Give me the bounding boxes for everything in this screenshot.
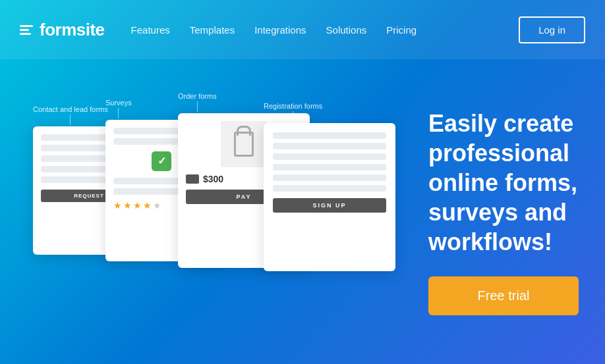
star-3: ★	[133, 200, 142, 211]
logo-text: formsite	[40, 20, 105, 40]
hero-text: Easily create professional online forms,…	[415, 109, 579, 315]
nav-features[interactable]: Features	[131, 24, 170, 36]
forms-preview: Contact and lead forms REQUEST Surveys ★…	[26, 87, 415, 337]
nav-pricing[interactable]: Pricing	[386, 24, 417, 36]
reg-field-5	[273, 174, 386, 181]
logo-icon	[20, 25, 33, 35]
reg-field-3	[273, 153, 386, 160]
navbar: formsite Features Templates Integrations…	[0, 0, 605, 59]
signup-button[interactable]: SIGN UP	[273, 198, 386, 213]
survey-checkbox	[152, 151, 171, 171]
free-trial-button[interactable]: Free trial	[428, 276, 579, 315]
surveys-form-label: Surveys	[105, 99, 132, 118]
star-2: ★	[123, 200, 132, 211]
card-icon	[186, 174, 199, 184]
registration-form-card: Registration forms SIGN UP	[264, 123, 395, 271]
hero-heading: Easily create professional online forms,…	[428, 109, 579, 257]
nav-integrations[interactable]: Integrations	[254, 24, 306, 36]
nav-links: Features Templates Integrations Solution…	[131, 24, 519, 36]
nav-solutions[interactable]: Solutions	[326, 24, 367, 36]
logo[interactable]: formsite	[20, 20, 105, 40]
reg-field-4	[273, 164, 386, 170]
reg-field-6	[273, 185, 386, 192]
reg-field-1	[273, 132, 386, 139]
bag-icon	[234, 132, 254, 157]
login-button[interactable]: Log in	[519, 16, 585, 43]
order-price: $300	[203, 174, 223, 184]
star-5: ★	[153, 200, 161, 211]
reg-field-2	[273, 143, 386, 149]
star-4: ★	[143, 200, 152, 211]
order-form-label: Order forms	[178, 92, 217, 112]
nav-templates[interactable]: Templates	[190, 24, 235, 36]
contact-form-label: Contact and lead forms	[33, 105, 108, 125]
hero-section: Contact and lead forms REQUEST Surveys ★…	[0, 59, 605, 364]
registration-form-label: Registration forms	[264, 102, 322, 122]
star-1: ★	[113, 200, 122, 211]
product-image	[221, 121, 267, 167]
